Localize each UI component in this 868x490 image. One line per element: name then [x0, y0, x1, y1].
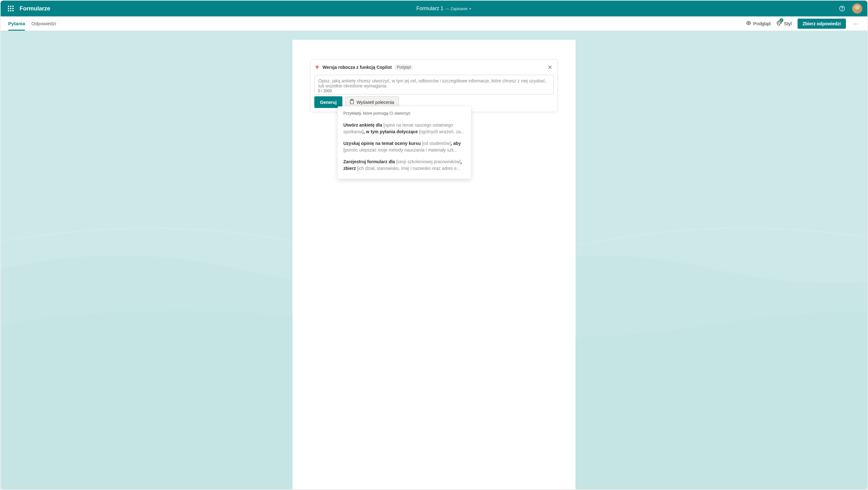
document-status: — Zapisane [445, 6, 467, 11]
prompt-text-bold: Zarejestruj formularz dla [343, 159, 396, 164]
tabs: Pytania Odpowiedzi [8, 17, 56, 31]
prompt-suggestion-2[interactable]: Zarejestruj formularz dla [sesji szkolen… [343, 156, 465, 174]
copilot-card: Wersja robocza z funkcją Copilot Podgląd… [310, 59, 558, 112]
style-label: Styl [784, 21, 792, 26]
document-title-dropdown[interactable]: Formularz 1 — Zapisane ▾ [416, 6, 471, 11]
svg-point-3 [778, 23, 778, 23]
prompt-suggestion-1[interactable]: Uzyskaj opinię na temat oceny kursu [od … [343, 138, 465, 156]
prompt-text-placeholder: [ich dział, stanowisko, imię i nazwisko … [357, 166, 461, 171]
main-area: Wersja robocza z funkcją Copilot Podgląd… [1, 31, 867, 489]
prompt-text-bold: , aby [451, 141, 461, 146]
tab-label: Pytania [8, 21, 25, 26]
app-launcher-button[interactable] [6, 3, 16, 13]
chevron-down-icon: ▾ [469, 7, 471, 10]
svg-point-5 [780, 22, 780, 23]
svg-point-2 [748, 23, 749, 24]
app-name[interactable]: Formularze [20, 5, 50, 12]
prompt-text-bold: Utwórz ankietę dla [343, 123, 383, 128]
user-avatar[interactable] [852, 3, 862, 13]
toolbar: Pytania Odpowiedzi Podgląd [1, 17, 867, 31]
preview-label: Podgląd [753, 21, 771, 26]
preview-badge: Podgląd [394, 64, 413, 70]
more-options-button[interactable]: ⋯ [851, 20, 860, 27]
svg-point-4 [779, 22, 779, 23]
close-icon [548, 65, 552, 69]
prompt-text-bold: Uzyskaj opinię na temat oceny kursu [343, 141, 422, 146]
prompt-text-placeholder: [ogólnych wrażeń, za... [419, 129, 464, 134]
style-badge-icon: ⚡ [780, 18, 783, 22]
style-button[interactable]: ⚡ Styl [776, 20, 792, 27]
preview-button[interactable]: Podgląd [746, 20, 771, 27]
waffle-icon [8, 6, 13, 11]
prompts-dropdown: Przykłady, które pomogą Ci stworzyć Utwó… [338, 106, 471, 179]
prompts-header: Przykłady, które pomogą Ci stworzyć [343, 111, 465, 116]
show-prompts-label: Wyświetl polecenia [356, 100, 394, 105]
svg-point-1 [842, 10, 842, 10]
collect-responses-button[interactable]: Zbierz odpowiedzi [798, 19, 846, 29]
prompt-text-placeholder: [sesji szkoleniowej pracowników] [396, 159, 461, 164]
prompt-text-placeholder: [od studentów] [422, 141, 451, 146]
copilot-title: Wersja robocza z funkcją Copilot [322, 65, 392, 70]
clipboard-icon [350, 99, 354, 105]
tab-questions[interactable]: Pytania [8, 17, 25, 31]
close-copilot-button[interactable] [546, 63, 554, 71]
header-bar: Formularze Formularz 1 — Zapisane ▾ [1, 1, 867, 17]
help-icon [839, 5, 845, 12]
copilot-prompt-input[interactable] [314, 75, 554, 94]
prompt-text-bold: , w tym pytania dotyczące [364, 129, 419, 134]
prompt-text-placeholder: [pomóc ulepszać moje metody nauczania i … [343, 148, 457, 153]
copilot-logo-icon [314, 64, 320, 70]
form-canvas: Wersja robocza z funkcją Copilot Podgląd… [292, 40, 576, 489]
tab-label: Odpowiedzi [31, 21, 56, 26]
palette-icon: ⚡ [776, 20, 782, 27]
help-button[interactable] [837, 3, 847, 13]
tab-responses[interactable]: Odpowiedzi [31, 17, 56, 31]
document-title: Formularz 1 [416, 6, 443, 11]
prompt-suggestion-0[interactable]: Utwórz ankietę dla [opinii na temat nasz… [343, 119, 465, 138]
eye-icon [746, 20, 751, 27]
